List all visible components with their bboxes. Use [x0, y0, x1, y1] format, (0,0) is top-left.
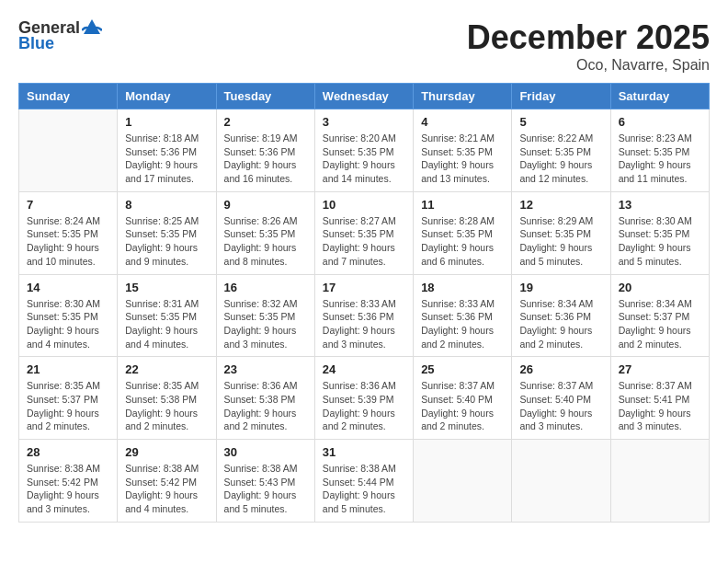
day-number: 30 — [224, 445, 307, 459]
day-number: 4 — [421, 115, 504, 129]
day-info: Sunrise: 8:28 AMSunset: 5:35 PMDaylight:… — [421, 214, 504, 269]
calendar-cell: 14Sunrise: 8:30 AMSunset: 5:35 PMDayligh… — [19, 274, 118, 357]
calendar-cell: 20Sunrise: 8:34 AMSunset: 5:37 PMDayligh… — [610, 274, 709, 357]
calendar-cell: 9Sunrise: 8:26 AMSunset: 5:35 PMDaylight… — [216, 191, 314, 274]
day-number: 11 — [421, 198, 504, 212]
calendar-cell: 15Sunrise: 8:31 AMSunset: 5:35 PMDayligh… — [118, 274, 216, 357]
day-number: 17 — [323, 281, 405, 294]
calendar-cell: 29Sunrise: 8:38 AMSunset: 5:42 PMDayligh… — [118, 440, 216, 523]
calendar-cell: 30Sunrise: 8:38 AMSunset: 5:43 PMDayligh… — [216, 440, 314, 523]
day-info: Sunrise: 8:25 AMSunset: 5:35 PMDaylight:… — [125, 214, 208, 269]
day-number: 5 — [519, 115, 602, 129]
calendar-cell: 12Sunrise: 8:29 AMSunset: 5:35 PMDayligh… — [512, 191, 610, 274]
calendar-cell — [414, 440, 512, 523]
calendar-cell — [610, 440, 709, 523]
calendar-cell: 23Sunrise: 8:36 AMSunset: 5:38 PMDayligh… — [216, 357, 314, 440]
column-header-thursday: Thursday — [414, 84, 512, 109]
page-header: General Blue December 2025 Oco, Navarre,… — [18, 18, 710, 74]
day-number: 13 — [619, 198, 701, 212]
calendar-cell: 6Sunrise: 8:23 AMSunset: 5:35 PMDaylight… — [610, 109, 709, 192]
day-number: 7 — [27, 198, 109, 212]
logo: General Blue — [18, 18, 102, 53]
calendar-cell: 17Sunrise: 8:33 AMSunset: 5:36 PMDayligh… — [314, 274, 413, 357]
day-info: Sunrise: 8:34 AMSunset: 5:36 PMDaylight:… — [519, 297, 602, 351]
calendar-cell: 21Sunrise: 8:35 AMSunset: 5:37 PMDayligh… — [19, 357, 118, 440]
day-number: 27 — [619, 362, 701, 376]
calendar-cell: 31Sunrise: 8:38 AMSunset: 5:44 PMDayligh… — [314, 440, 413, 523]
column-header-saturday: Saturday — [610, 84, 709, 109]
calendar-cell: 18Sunrise: 8:33 AMSunset: 5:36 PMDayligh… — [414, 274, 512, 357]
logo-icon — [82, 17, 102, 38]
calendar-cell: 19Sunrise: 8:34 AMSunset: 5:36 PMDayligh… — [512, 274, 610, 357]
calendar-week-row: 21Sunrise: 8:35 AMSunset: 5:37 PMDayligh… — [19, 357, 710, 440]
calendar-week-row: 28Sunrise: 8:38 AMSunset: 5:42 PMDayligh… — [19, 440, 710, 523]
day-number: 31 — [323, 445, 405, 459]
day-info: Sunrise: 8:37 AMSunset: 5:41 PMDaylight:… — [619, 379, 701, 433]
calendar-cell: 25Sunrise: 8:37 AMSunset: 5:40 PMDayligh… — [414, 357, 512, 440]
day-number: 10 — [323, 198, 405, 212]
column-header-sunday: Sunday — [19, 84, 118, 109]
day-number: 8 — [125, 198, 208, 212]
day-info: Sunrise: 8:21 AMSunset: 5:35 PMDaylight:… — [421, 132, 504, 186]
day-number: 20 — [619, 281, 701, 294]
day-info: Sunrise: 8:24 AMSunset: 5:35 PMDaylight:… — [27, 214, 109, 269]
day-info: Sunrise: 8:36 AMSunset: 5:38 PMDaylight:… — [224, 379, 307, 433]
day-number: 2 — [224, 115, 307, 129]
day-info: Sunrise: 8:36 AMSunset: 5:39 PMDaylight:… — [323, 379, 405, 433]
day-info: Sunrise: 8:29 AMSunset: 5:35 PMDaylight:… — [519, 214, 602, 269]
day-number: 24 — [323, 362, 405, 376]
calendar-cell: 16Sunrise: 8:32 AMSunset: 5:35 PMDayligh… — [216, 274, 314, 357]
day-info: Sunrise: 8:38 AMSunset: 5:42 PMDaylight:… — [27, 462, 109, 516]
day-info: Sunrise: 8:26 AMSunset: 5:35 PMDaylight:… — [224, 214, 307, 269]
day-number: 6 — [619, 115, 701, 129]
day-info: Sunrise: 8:34 AMSunset: 5:37 PMDaylight:… — [619, 297, 701, 351]
day-number: 9 — [224, 198, 307, 212]
month-title: December 2025 — [467, 18, 710, 57]
day-info: Sunrise: 8:31 AMSunset: 5:35 PMDaylight:… — [125, 297, 208, 351]
day-number: 25 — [421, 362, 504, 376]
calendar-week-row: 7Sunrise: 8:24 AMSunset: 5:35 PMDaylight… — [19, 191, 710, 274]
day-number: 22 — [125, 362, 208, 376]
day-info: Sunrise: 8:38 AMSunset: 5:44 PMDaylight:… — [323, 462, 405, 516]
day-number: 3 — [323, 115, 405, 129]
calendar-cell: 13Sunrise: 8:30 AMSunset: 5:35 PMDayligh… — [610, 191, 709, 274]
day-info: Sunrise: 8:37 AMSunset: 5:40 PMDaylight:… — [519, 379, 602, 433]
calendar-cell: 1Sunrise: 8:18 AMSunset: 5:36 PMDaylight… — [118, 109, 216, 192]
day-number: 23 — [224, 362, 307, 376]
calendar-cell: 2Sunrise: 8:19 AMSunset: 5:36 PMDaylight… — [216, 109, 314, 192]
calendar-cell: 5Sunrise: 8:22 AMSunset: 5:35 PMDaylight… — [512, 109, 610, 192]
day-info: Sunrise: 8:19 AMSunset: 5:36 PMDaylight:… — [224, 132, 307, 186]
logo-blue-text: Blue — [18, 34, 54, 53]
day-info: Sunrise: 8:38 AMSunset: 5:43 PMDaylight:… — [224, 462, 307, 516]
calendar-cell: 28Sunrise: 8:38 AMSunset: 5:42 PMDayligh… — [19, 440, 118, 523]
day-number: 29 — [125, 445, 208, 459]
day-number: 1 — [125, 115, 208, 129]
day-info: Sunrise: 8:33 AMSunset: 5:36 PMDaylight:… — [421, 297, 504, 351]
day-info: Sunrise: 8:35 AMSunset: 5:37 PMDaylight:… — [27, 379, 109, 433]
calendar-cell: 24Sunrise: 8:36 AMSunset: 5:39 PMDayligh… — [314, 357, 413, 440]
calendar-cell: 7Sunrise: 8:24 AMSunset: 5:35 PMDaylight… — [19, 191, 118, 274]
day-info: Sunrise: 8:20 AMSunset: 5:35 PMDaylight:… — [323, 132, 405, 186]
calendar-week-row: 14Sunrise: 8:30 AMSunset: 5:35 PMDayligh… — [19, 274, 710, 357]
day-number: 12 — [519, 198, 602, 212]
calendar-cell: 10Sunrise: 8:27 AMSunset: 5:35 PMDayligh… — [314, 191, 413, 274]
calendar-cell — [19, 109, 118, 192]
day-info: Sunrise: 8:38 AMSunset: 5:42 PMDaylight:… — [125, 462, 208, 516]
day-info: Sunrise: 8:27 AMSunset: 5:35 PMDaylight:… — [323, 214, 405, 269]
day-info: Sunrise: 8:18 AMSunset: 5:36 PMDaylight:… — [125, 132, 208, 186]
location: Oco, Navarre, Spain — [467, 57, 710, 74]
day-number: 15 — [125, 281, 208, 294]
column-header-monday: Monday — [118, 84, 216, 109]
calendar-week-row: 1Sunrise: 8:18 AMSunset: 5:36 PMDaylight… — [19, 109, 710, 192]
day-number: 19 — [519, 281, 602, 294]
title-section: December 2025 Oco, Navarre, Spain — [467, 18, 710, 74]
day-info: Sunrise: 8:33 AMSunset: 5:36 PMDaylight:… — [323, 297, 405, 351]
calendar-cell: 11Sunrise: 8:28 AMSunset: 5:35 PMDayligh… — [414, 191, 512, 274]
column-header-tuesday: Tuesday — [216, 84, 314, 109]
calendar-cell: 8Sunrise: 8:25 AMSunset: 5:35 PMDaylight… — [118, 191, 216, 274]
day-number: 16 — [224, 281, 307, 294]
day-info: Sunrise: 8:35 AMSunset: 5:38 PMDaylight:… — [125, 379, 208, 433]
day-info: Sunrise: 8:37 AMSunset: 5:40 PMDaylight:… — [421, 379, 504, 433]
calendar-cell: 27Sunrise: 8:37 AMSunset: 5:41 PMDayligh… — [610, 357, 709, 440]
calendar-header-row: SundayMondayTuesdayWednesdayThursdayFrid… — [19, 84, 710, 109]
